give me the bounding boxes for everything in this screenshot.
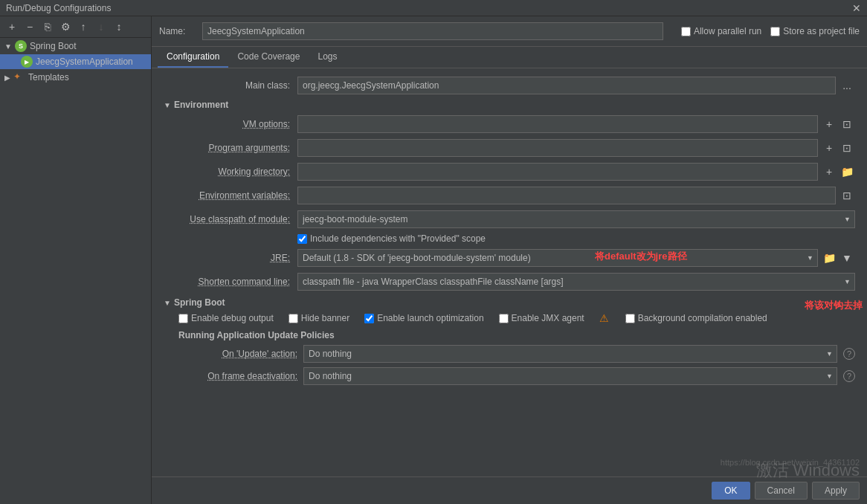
allow-parallel-run-label[interactable]: Allow parallel run: [681, 26, 761, 36]
sidebar-group-spring-boot[interactable]: ▼ S Spring Boot: [0, 38, 151, 54]
background-compilation-checkbox[interactable]: [625, 314, 635, 323]
working-directory-input[interactable]: [297, 163, 818, 181]
sidebar-item-jeecg[interactable]: JeecgSystemApplication: [0, 54, 151, 69]
vm-options-external-button[interactable]: ⊡: [839, 116, 855, 132]
jre-dropdown[interactable]: Default (1.8 - SDK of 'jeecg-boot-module…: [297, 249, 818, 267]
title-bar-text: Run/Debug Configurations: [6, 3, 111, 13]
vm-options-label: VM options:: [164, 119, 297, 129]
title-bar: Run/Debug Configurations ✕: [0, 0, 867, 16]
on-frame-deactivation-row: On frame deactivation: Do nothing Update…: [178, 367, 855, 385]
on-frame-deactivation-help-icon[interactable]: ?: [843, 370, 855, 382]
spring-boot-expand-arrow: ▼: [4, 42, 12, 51]
name-row: Name: Allow parallel run Store as projec…: [152, 16, 867, 47]
program-arguments-row: Program arguments: + ⊡: [164, 138, 855, 158]
tab-code-coverage[interactable]: Code Coverage: [228, 47, 309, 68]
include-dependencies-label[interactable]: Include dependencies with "Provided" sco…: [297, 233, 486, 244]
on-frame-deactivation-label: On frame deactivation:: [178, 371, 297, 381]
cancel-button[interactable]: Cancel: [755, 482, 808, 500]
tab-configuration[interactable]: Configuration: [158, 47, 228, 68]
spring-boot-section-title: Spring Boot: [174, 297, 225, 308]
config-panel: Main class: ... ▼ Environment VM options…: [152, 68, 867, 476]
on-update-action-dropdown[interactable]: Do nothing Update resources Update class…: [303, 345, 837, 363]
sidebar-toolbar: + − ⎘ ⚙ ↑ ↓ ↕: [0, 16, 151, 38]
environment-variables-label: Environment variables:: [164, 190, 297, 201]
header-right: Allow parallel run Store as project file: [681, 26, 860, 36]
allow-parallel-run-checkbox[interactable]: [681, 27, 691, 36]
main-class-label: Main class:: [164, 80, 297, 91]
main-class-browse-button[interactable]: ...: [839, 77, 855, 94]
enable-launch-optimization-checkbox[interactable]: [364, 314, 374, 323]
move-down-button[interactable]: ↓: [94, 19, 109, 34]
content-area: Name: Allow parallel run Store as projec…: [152, 16, 867, 504]
hide-banner-checkbox[interactable]: [289, 314, 298, 323]
spring-boot-section: ▼ Spring Boot Enable debug output Hide b…: [164, 297, 855, 385]
vm-options-expand-button[interactable]: +: [821, 116, 837, 132]
bottom-bar: OK Cancel Apply: [152, 476, 867, 504]
sidebar: + − ⎘ ⚙ ↑ ↓ ↕ ▼ S Spring Boot JeecgSyste…: [0, 16, 152, 504]
classpath-module-label: Use classpath of module:: [164, 214, 297, 224]
copy-config-button[interactable]: ⎘: [40, 19, 55, 34]
environment-variables-external-button[interactable]: ⊡: [839, 187, 855, 204]
program-arguments-expand-button[interactable]: +: [821, 140, 837, 156]
store-as-project-file-label[interactable]: Store as project file: [770, 26, 860, 36]
tab-logs[interactable]: Logs: [309, 47, 346, 68]
on-update-action-row: On 'Update' action: Do nothing Update re…: [178, 345, 855, 363]
jre-dropdown-wrapper: Default (1.8 - SDK of 'jeecg-boot-module…: [297, 249, 818, 267]
working-directory-row: Working directory: + 📁: [164, 162, 855, 181]
jre-label: JRE:: [164, 253, 297, 263]
working-directory-label: Working directory:: [164, 167, 297, 177]
spring-boot-section-arrow: ▼: [164, 299, 171, 307]
on-update-action-help-icon[interactable]: ?: [843, 348, 855, 360]
name-label: Name:: [159, 26, 196, 36]
hide-banner-label[interactable]: Hide banner: [289, 313, 349, 323]
working-directory-actions: + 📁: [821, 164, 855, 180]
move-up-button[interactable]: ↑: [76, 19, 91, 34]
classpath-module-dropdown[interactable]: jeecg-boot-module-system: [297, 210, 855, 228]
main-class-input[interactable]: [297, 77, 836, 94]
program-arguments-input[interactable]: [297, 139, 818, 157]
settings-button[interactable]: ⚙: [58, 19, 73, 34]
jeecg-run-icon: [21, 56, 33, 68]
run-icon: [21, 56, 33, 68]
remove-config-button[interactable]: −: [22, 19, 37, 34]
program-arguments-label: Program arguments:: [164, 143, 297, 153]
sort-button[interactable]: ↕: [112, 19, 126, 34]
sidebar-group-templates[interactable]: ▶ ✦ Templates: [0, 69, 151, 85]
tabs-bar: Configuration Code Coverage Logs: [152, 47, 867, 68]
main-class-actions: ...: [839, 77, 855, 94]
vm-options-input[interactable]: [297, 115, 818, 133]
shorten-command-dropdown[interactable]: classpath file - java WrapperClass class…: [297, 273, 855, 291]
on-frame-deactivation-dropdown[interactable]: Do nothing Update resources Update class…: [303, 367, 837, 385]
enable-launch-optimization-label[interactable]: Enable launch optimization: [364, 313, 483, 323]
program-arguments-external-button[interactable]: ⊡: [839, 140, 855, 156]
background-compilation-label[interactable]: Background compilation enabled: [625, 313, 767, 323]
enable-debug-output-label[interactable]: Enable debug output: [178, 313, 274, 323]
program-arguments-actions: + ⊡: [821, 140, 855, 156]
add-config-button[interactable]: +: [4, 19, 19, 34]
enable-jmx-agent-label[interactable]: Enable JMX agent: [499, 313, 584, 323]
environment-title: Environment: [174, 100, 228, 110]
include-dependencies-checkbox[interactable]: [297, 234, 307, 244]
classpath-module-dropdown-wrapper: jeecg-boot-module-system: [297, 210, 855, 228]
name-input[interactable]: [202, 22, 663, 40]
working-directory-expand-button[interactable]: +: [821, 164, 837, 180]
close-icon[interactable]: ✕: [852, 2, 861, 14]
working-directory-browse-button[interactable]: 📁: [839, 164, 855, 180]
environment-section-header[interactable]: ▼ Environment: [164, 100, 855, 110]
enable-debug-output-checkbox[interactable]: [178, 314, 188, 323]
spring-boot-section-header[interactable]: ▼ Spring Boot: [164, 297, 855, 308]
store-as-project-file-checkbox[interactable]: [770, 27, 780, 36]
jre-row: JRE: Default (1.8 - SDK of 'jeecg-boot-m…: [164, 248, 855, 268]
jre-browse-button[interactable]: 📁: [821, 250, 837, 266]
environment-variables-actions: ⊡: [839, 187, 855, 204]
spring-boot-options-row: Enable debug output Hide banner Enable l…: [178, 312, 855, 324]
running-app-update-policies: Running Application Update Policies On '…: [178, 330, 855, 385]
main-container: + − ⎘ ⚙ ↑ ↓ ↕ ▼ S Spring Boot JeecgSyste…: [0, 16, 867, 504]
jre-dropdown-btn[interactable]: ▼: [839, 250, 855, 266]
enable-jmx-agent-checkbox[interactable]: [499, 314, 509, 323]
apply-button[interactable]: Apply: [812, 482, 860, 500]
jeecg-item-label: JeecgSystemApplication: [36, 56, 133, 67]
ok-button[interactable]: OK: [712, 482, 750, 500]
spring-boot-icon: S: [15, 40, 27, 52]
environment-variables-input[interactable]: [297, 187, 836, 204]
